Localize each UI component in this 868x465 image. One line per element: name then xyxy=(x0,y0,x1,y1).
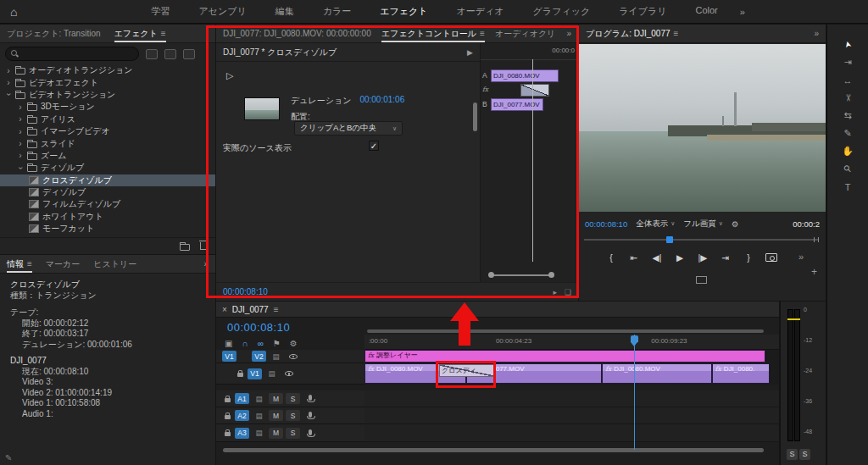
workspace-tab-9[interactable]: Color xyxy=(695,5,717,18)
panel-menu-icon[interactable]: ≡ xyxy=(274,305,279,314)
step-back-button[interactable]: ◀| xyxy=(649,250,665,265)
mark-out-button[interactable]: } xyxy=(741,250,756,265)
track-target-A2[interactable]: A2 xyxy=(235,410,249,421)
tab-info[interactable]: 情報 ≡ xyxy=(7,255,32,273)
track-options-icon[interactable]: ▤ xyxy=(252,428,266,439)
mini-playhead[interactable] xyxy=(532,59,533,262)
tree-item[interactable]: ›スライド xyxy=(0,137,215,149)
track-visibility-button[interactable] xyxy=(281,368,296,379)
source-patch-cell[interactable] xyxy=(222,368,232,379)
32bit-filter-icon[interactable] xyxy=(164,49,176,59)
tab-history[interactable]: ヒストリー xyxy=(93,255,136,273)
solo-right-button[interactable]: S xyxy=(799,449,810,460)
track-lock-cell[interactable] xyxy=(235,368,245,379)
tree-item[interactable]: ›3Dモーション xyxy=(0,101,215,113)
export-frame-button[interactable] xyxy=(764,250,779,265)
panel-overflow-icon[interactable]: » xyxy=(203,259,209,268)
tree-item[interactable]: ›ビデオエフェクト xyxy=(0,76,215,88)
slip-tool-icon[interactable]: ⇆ xyxy=(837,109,858,122)
chevron-right-icon[interactable]: › xyxy=(17,114,24,124)
program-scrubber[interactable] xyxy=(584,236,819,244)
tab-audio-clip-mixer[interactable]: オーディオクリップミキサー: xyxy=(495,25,557,42)
vertical-scrollbar[interactable] xyxy=(473,102,477,131)
mark-in-button[interactable]: { xyxy=(604,250,619,265)
ripple-edit-tool-icon[interactable]: ↔ xyxy=(837,74,858,86)
chevron-right-icon[interactable]: › xyxy=(17,102,24,112)
tree-item[interactable]: ›ズーム xyxy=(0,150,215,162)
zoom-level-dropdown[interactable]: 全体表示 ∨ xyxy=(636,219,675,230)
workspace-tab-4[interactable]: カラー xyxy=(323,5,352,18)
tree-item[interactable]: ›アイリス xyxy=(0,113,215,125)
alignment-dropdown[interactable]: クリップAとBの中央 ∨ xyxy=(294,121,403,136)
play-button[interactable]: ▶ xyxy=(672,250,687,265)
video-clip[interactable]: fxDJI_0080. xyxy=(712,363,770,384)
track-target-A3[interactable]: A3 xyxy=(235,428,249,439)
tree-item[interactable]: モーフカット xyxy=(0,223,215,235)
scrubber-playhead[interactable] xyxy=(666,236,673,243)
duration-value[interactable]: 00:00:01:06 xyxy=(359,95,404,107)
tab-sequence[interactable]: DJI_0077 xyxy=(232,305,269,314)
track-target-V2[interactable]: V2 xyxy=(252,351,266,362)
playback-indicator-icon[interactable]: ▸ xyxy=(553,288,557,296)
tab-effects[interactable]: エフェクト ≡ xyxy=(114,25,166,42)
new-bin-icon[interactable] xyxy=(180,244,190,251)
chevron-right-icon[interactable]: › xyxy=(17,151,24,160)
search-box[interactable] xyxy=(5,47,139,61)
yuv-filter-icon[interactable] xyxy=(183,49,195,59)
close-icon[interactable]: × xyxy=(222,305,227,314)
workspace-tab-3[interactable]: 編集 xyxy=(275,5,294,18)
go-to-out-button[interactable]: ⇥ xyxy=(718,250,733,265)
track-options-icon[interactable]: ▤ xyxy=(264,368,279,379)
mute-button[interactable]: M xyxy=(269,393,283,404)
settings-wrench-icon[interactable]: ⚙ xyxy=(732,219,739,229)
panel-overflow-icon[interactable]: » xyxy=(566,29,571,38)
razor-tool-icon[interactable]: ✂ xyxy=(842,88,854,108)
transition-clip[interactable]: クロスディ xyxy=(439,364,494,377)
chevron-down-icon[interactable]: › xyxy=(4,91,14,98)
tree-item[interactable]: ›ビデオトランジション xyxy=(0,89,215,101)
panel-menu-icon[interactable]: ≡ xyxy=(161,29,166,38)
tab-program[interactable]: プログラム: DJI_0077 ≡ xyxy=(586,25,678,42)
scrubber-track[interactable] xyxy=(584,239,819,241)
comparison-view-button[interactable] xyxy=(696,276,707,284)
pen-tool-icon[interactable]: ✎ xyxy=(837,127,858,140)
workspace-overflow-icon[interactable]: » xyxy=(740,7,745,17)
play-transition-icon[interactable]: ▷ xyxy=(226,70,233,81)
workspace-tab-1[interactable]: 学習 xyxy=(151,5,170,18)
hand-tool-icon[interactable]: ✋ xyxy=(837,145,858,158)
add-button[interactable]: + xyxy=(811,266,817,278)
solo-button[interactable]: S xyxy=(286,428,300,439)
video-clip[interactable]: fxDJI_0080.MOV xyxy=(602,363,712,384)
timeline-current-timecode[interactable]: 00:00:08:10 xyxy=(227,321,290,334)
solo-button[interactable]: S xyxy=(286,393,300,404)
panel-overflow-icon[interactable]: » xyxy=(814,29,819,38)
voiceover-record-button[interactable] xyxy=(303,410,317,421)
options-icon[interactable]: ❏ xyxy=(565,288,571,296)
mute-button[interactable]: M xyxy=(269,410,283,421)
mini-clip-b[interactable]: DJI_0077.MOV xyxy=(491,98,543,111)
chevron-right-icon[interactable]: › xyxy=(5,66,12,75)
mini-transition-clip[interactable] xyxy=(520,84,549,97)
go-to-in-button[interactable]: ⇤ xyxy=(626,250,642,265)
playhead-grip[interactable] xyxy=(631,335,638,342)
workspace-tab-2[interactable]: アセンブリ xyxy=(198,5,246,18)
mini-ruler[interactable] xyxy=(481,59,578,60)
trash-icon[interactable] xyxy=(200,242,207,250)
tree-item[interactable]: ディゾルブ xyxy=(0,186,215,198)
panel-menu-icon[interactable]: ≡ xyxy=(674,29,679,38)
selection-tool-icon[interactable]: ➤ xyxy=(839,33,857,56)
workspace-tab-8[interactable]: ライブラリ xyxy=(619,5,666,18)
linked-selection-icon[interactable]: ∞ xyxy=(258,339,264,348)
track-lock-cell[interactable] xyxy=(222,393,232,404)
nest-toggle-icon[interactable]: ▣ xyxy=(225,339,232,348)
chevron-right-icon[interactable]: › xyxy=(5,78,12,87)
solo-button[interactable]: S xyxy=(286,410,300,421)
zoom-handle-right[interactable] xyxy=(548,272,554,278)
status-pencil-icon[interactable]: ✎ xyxy=(5,453,12,462)
tree-item[interactable]: ›イマーシブビデオ xyxy=(0,125,215,137)
step-forward-button[interactable]: |▶ xyxy=(695,250,710,265)
timeline-horizontal-scrollbar[interactable] xyxy=(223,448,764,452)
transport-overflow-icon[interactable]: » xyxy=(798,252,804,262)
search-input[interactable] xyxy=(23,49,133,58)
chevron-down-icon[interactable]: › xyxy=(16,164,25,171)
